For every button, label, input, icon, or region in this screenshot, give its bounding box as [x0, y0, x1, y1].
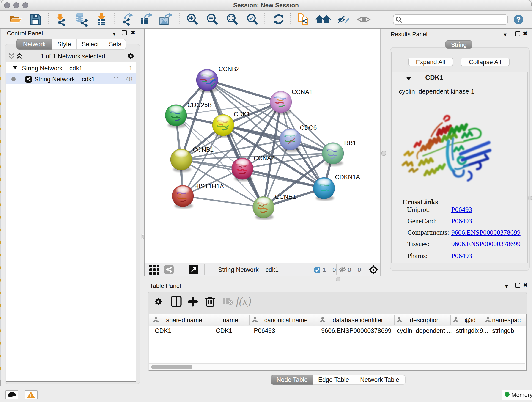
svg-text:description: description	[410, 317, 440, 324]
svg-text:cyclin–dependent ...: cyclin–dependent ...	[397, 327, 452, 334]
svg-text:String Network – cdk1: String Network – cdk1	[218, 266, 279, 273]
svg-text:f(x): f(x)	[236, 295, 251, 307]
svg-text:CCNA1: CCNA1	[292, 89, 313, 95]
svg-text:CCNA2: CCNA2	[254, 155, 275, 162]
svg-text:HIST1H1A: HIST1H1A	[194, 183, 224, 190]
svg-text:database identifier: database identifier	[333, 317, 383, 324]
svg-text:CCNB2: CCNB2	[219, 65, 240, 72]
svg-text:CCNB1: CCNB1	[193, 146, 214, 153]
svg-text:1 of 1 Network selected: 1 of 1 Network selected	[41, 53, 105, 60]
svg-text:1 – 0: 1 – 0	[323, 266, 336, 273]
svg-text:CDC6: CDC6	[300, 124, 317, 131]
svg-text:?: ?	[516, 15, 521, 24]
svg-text:name: name	[223, 317, 238, 324]
svg-text:CDK1: CDK1	[155, 327, 171, 334]
svg-text:namespac: namespac	[492, 317, 521, 324]
svg-text:String Network – cdk1: String Network – cdk1	[22, 65, 82, 71]
svg-text:P06493: P06493	[254, 327, 275, 334]
svg-text:9606.ENSP00000378699: 9606.ENSP00000378699	[321, 327, 391, 334]
svg-text:canonical name: canonical name	[264, 317, 307, 324]
svg-text:11: 11	[113, 76, 120, 83]
svg-text:1: 1	[129, 65, 133, 71]
svg-text:stringdb: stringdb	[492, 327, 514, 334]
svg-text:String Network – cdk1: String Network – cdk1	[34, 76, 95, 83]
svg-text:48: 48	[126, 76, 133, 83]
svg-text:CDK1: CDK1	[216, 327, 232, 334]
svg-text:@id: @id	[465, 317, 476, 324]
svg-text:shared name: shared name	[166, 317, 202, 324]
svg-text:0 – 0: 0 – 0	[348, 266, 361, 273]
svg-text:CCNE1: CCNE1	[275, 193, 296, 200]
svg-text:CDKN1A: CDKN1A	[335, 174, 360, 181]
svg-text:stringdb:9...: stringdb:9...	[456, 327, 488, 334]
svg-text:CDK1: CDK1	[234, 111, 250, 118]
svg-text:CDC25B: CDC25B	[187, 102, 212, 108]
svg-text:RB1: RB1	[344, 140, 356, 147]
